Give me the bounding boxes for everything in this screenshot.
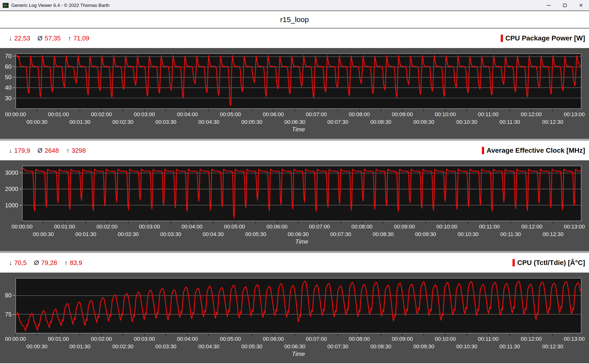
- x-tick-mark: [123, 109, 123, 111]
- x-tick-label: 00:08:00: [349, 111, 370, 118]
- average-icon: Ø: [38, 35, 42, 42]
- panel-separator: [0, 251, 589, 253]
- series-color-bar: [482, 147, 484, 154]
- x-tick-label: 00:08:00: [351, 224, 373, 230]
- chart-block-clock: ↓179,9 Ø2648 ↑3298 Average Effective Clo…: [0, 141, 589, 253]
- x-tick-mark: [319, 222, 320, 224]
- y-tick-mark: [13, 88, 15, 88]
- maximize-button[interactable]: [557, 0, 573, 11]
- x-axis-title: Time: [292, 126, 305, 133]
- x-tick-label: 00:06:30: [284, 343, 305, 350]
- x-tick-label: 00:00:30: [26, 343, 48, 350]
- plot-area[interactable]: [15, 278, 581, 333]
- x-tick-mark: [43, 222, 44, 224]
- chart-meta-row: ↓70,5 Ø79,28 ↑83,9 CPU (Tctl/Tdie) [Â°C]: [0, 253, 589, 273]
- x-tick-mark: [123, 334, 123, 336]
- x-tick-mark: [298, 222, 299, 224]
- plot-area[interactable]: [15, 53, 581, 109]
- x-tick-label: 00:13:00: [564, 111, 585, 118]
- x-tick-label: 00:02:00: [91, 336, 112, 342]
- x-tick-mark: [252, 109, 252, 111]
- y-tick-label: 2000: [0, 186, 18, 192]
- close-button[interactable]: ✕: [573, 0, 589, 11]
- x-tick-label: 00:08:30: [370, 119, 391, 125]
- x-tick-label: 00:11:00: [478, 111, 499, 118]
- x-tick-label: 00:08:30: [373, 231, 394, 238]
- x-tick-mark: [552, 334, 553, 336]
- x-tick-label: 00:05:00: [220, 336, 241, 342]
- y-tick-mark: [20, 205, 22, 206]
- x-tick-mark: [80, 109, 80, 111]
- window-title: Generic Log Viewer 6.4 - © 2022 Thomas B…: [11, 3, 110, 8]
- x-tick-mark: [171, 222, 171, 224]
- stat-avg-value: 2648: [45, 147, 59, 154]
- minimize-icon: [547, 5, 551, 6]
- x-tick-mark: [144, 109, 145, 111]
- x-tick-mark: [510, 334, 510, 336]
- x-tick-label: 00:13:00: [564, 224, 585, 230]
- average-icon: Ø: [38, 147, 42, 154]
- x-tick-mark: [574, 222, 575, 224]
- x-tick-label: 00:00:00: [5, 111, 26, 118]
- x-tick-label: 00:12:30: [542, 119, 563, 125]
- x-tick-label: 00:01:00: [54, 224, 75, 230]
- x-tick-mark: [273, 109, 274, 111]
- y-tick-mark: [20, 173, 22, 173]
- x-tick-label: 00:02:30: [113, 343, 134, 350]
- x-tick-label: 00:08:00: [349, 336, 370, 342]
- y-tick-label: 1000: [0, 202, 18, 209]
- x-tick-label: 00:10:00: [435, 111, 456, 118]
- x-tick-label: 00:00:00: [5, 336, 26, 342]
- x-tick-mark: [230, 334, 231, 336]
- y-tick-mark: [13, 56, 15, 56]
- x-tick-label: 00:06:00: [263, 336, 284, 342]
- y-tick-mark: [13, 66, 15, 67]
- x-tick-mark: [359, 109, 360, 111]
- x-tick-mark: [510, 222, 511, 224]
- x-tick-mark: [187, 109, 188, 111]
- series-line: [16, 281, 580, 331]
- x-tick-mark: [553, 222, 553, 224]
- series-line: [23, 168, 581, 218]
- stat-max-value: 83,9: [70, 259, 82, 267]
- x-tick-label: 00:07:30: [327, 343, 348, 350]
- chart-title-label: Average Effective Clock [MHz]: [487, 147, 585, 154]
- x-tick-label: 00:06:30: [284, 119, 305, 125]
- x-tick-label: 00:07:00: [306, 336, 327, 342]
- x-tick-mark: [552, 109, 553, 111]
- x-tick-label: 00:12:30: [543, 231, 564, 238]
- x-tick-mark: [277, 222, 277, 224]
- x-tick-label: 00:12:00: [521, 111, 542, 118]
- x-tick-label: 00:06:00: [263, 111, 284, 118]
- chart-canvas: [23, 166, 581, 221]
- y-tick-mark: [13, 98, 15, 99]
- x-tick-mark: [15, 109, 16, 111]
- y-tick-label: 60: [0, 63, 12, 70]
- stats-row: ↓179,9 Ø2648 ↑3298: [9, 147, 86, 154]
- y-tick-label: 50: [0, 74, 12, 81]
- x-tick-mark: [149, 222, 150, 224]
- x-tick-label: 00:06:00: [266, 224, 288, 230]
- minimize-button[interactable]: [540, 0, 557, 11]
- plot-area[interactable]: [22, 166, 581, 221]
- x-tick-mark: [404, 222, 405, 224]
- x-tick-label: 00:05:30: [241, 119, 263, 125]
- x-tick-mark: [295, 334, 295, 336]
- y-tick-label: 30: [0, 95, 12, 102]
- x-tick-label: 00:08:30: [370, 343, 391, 350]
- x-tick-mark: [316, 109, 317, 111]
- y-tick-label: 75: [0, 311, 12, 318]
- x-tick-mark: [209, 109, 209, 111]
- x-tick-label: 00:04:00: [177, 336, 198, 342]
- x-tick-label: 00:07:00: [306, 111, 327, 118]
- x-tick-mark: [37, 334, 37, 336]
- x-tick-label: 00:11:00: [479, 224, 500, 230]
- x-tick-label: 00:09:00: [394, 224, 415, 230]
- chart-panel: 10002000300000:00:0000:01:0000:02:0000:0…: [0, 160, 589, 251]
- x-tick-label: 00:07:30: [327, 119, 348, 125]
- x-tick-mark: [468, 222, 468, 224]
- x-tick-label: 00:01:00: [48, 111, 69, 118]
- app-icon: [2, 3, 9, 8]
- x-tick-label: 00:01:30: [69, 119, 90, 125]
- x-tick-label: 00:12:00: [521, 224, 542, 230]
